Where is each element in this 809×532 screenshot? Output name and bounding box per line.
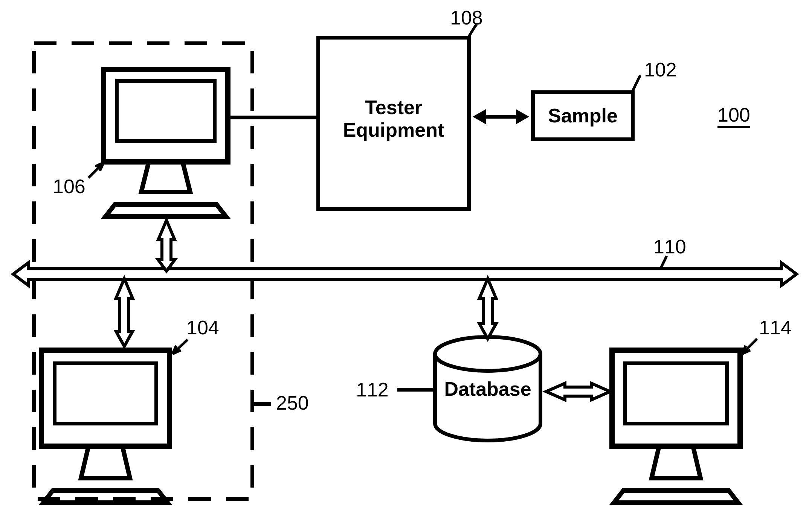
tester-equipment-label-2: Equipment [318, 119, 469, 141]
tester-equipment-label-1: Tester [318, 96, 469, 119]
ref-114: 114 [759, 316, 792, 339]
ref-106: 106 [53, 175, 85, 198]
ref-250: 250 [276, 392, 309, 414]
system-diagram [0, 0, 809, 532]
lead-114 [742, 339, 757, 354]
arrow-tester-sample [473, 109, 529, 124]
arrow-106-bus [158, 220, 175, 271]
lead-102 [632, 75, 640, 92]
svg-rect-1 [117, 81, 215, 141]
arrow-database-114 [546, 383, 610, 400]
lead-104 [172, 340, 188, 354]
database-label: Database [435, 378, 540, 400]
ref-102: 102 [644, 58, 677, 81]
sample-label: Sample [533, 104, 633, 127]
computer-106 [104, 70, 228, 216]
ref-108: 108 [450, 6, 483, 29]
svg-rect-6 [625, 363, 727, 424]
svg-point-4 [435, 337, 540, 371]
ref-110: 110 [653, 235, 686, 258]
ref-104: 104 [186, 316, 219, 339]
lead-106 [89, 163, 104, 178]
ref-112: 112 [356, 378, 389, 401]
arrow-bus-database [479, 279, 496, 339]
svg-rect-0 [104, 70, 228, 162]
computer-114 [612, 350, 740, 503]
lead-110 [660, 256, 667, 269]
bus-110 [13, 263, 797, 285]
computer-104 [41, 350, 169, 503]
ref-100: 100 [717, 104, 750, 128]
arrow-bus-104 [116, 279, 133, 346]
svg-rect-3 [55, 363, 156, 424]
